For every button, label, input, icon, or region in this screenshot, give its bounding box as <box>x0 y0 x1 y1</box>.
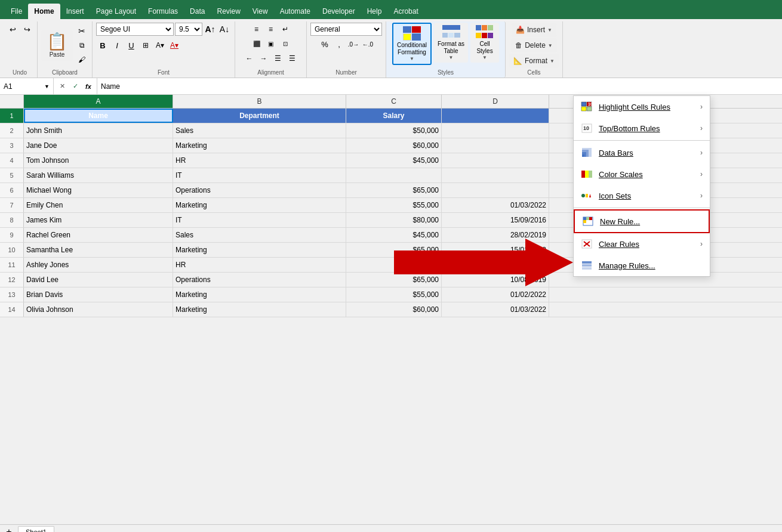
fill-color-button[interactable]: A▾ <box>153 39 167 52</box>
cell-c5[interactable] <box>346 168 442 183</box>
cell-d9[interactable]: 28/02/2019 <box>442 228 549 242</box>
col-header-d[interactable]: D <box>442 95 549 108</box>
cell-a11[interactable]: Ashley Jones <box>24 258 173 272</box>
cell-b14[interactable]: Marketing <box>173 302 346 317</box>
insert-function-button[interactable]: fx <box>82 81 94 92</box>
menu-item-new-rule[interactable]: New Rule... <box>574 209 710 233</box>
cell-d6[interactable] <box>442 183 549 197</box>
formula-confirm-button[interactable]: ✓ <box>69 81 81 92</box>
menu-item-highlight-cells[interactable]: 10 Highlight Cells Rules › <box>574 96 710 117</box>
percent-button[interactable]: % <box>318 38 331 51</box>
cell-reference-input[interactable] <box>4 82 44 91</box>
italic-button[interactable]: I <box>110 39 124 52</box>
cell-b2[interactable]: Sales <box>173 123 346 138</box>
row-num-7[interactable]: 7 <box>0 198 24 212</box>
cut-button[interactable]: ✂ <box>75 24 88 38</box>
cell-a4[interactable]: Tom Johnson <box>24 153 173 168</box>
cell-d10[interactable]: 15/01/2022 <box>442 243 549 257</box>
indent-increase-button[interactable]: → <box>257 52 270 65</box>
cell-c11[interactable]: $50,000 <box>346 258 442 272</box>
cell-d14[interactable]: 01/03/2022 <box>442 302 549 317</box>
row-num-10[interactable]: 10 <box>0 243 24 257</box>
cell-d8[interactable]: 15/09/2016 <box>442 213 549 227</box>
menu-item-color-scales[interactable]: Color Scales › <box>574 163 710 185</box>
row-num-14[interactable]: 14 <box>0 302 24 317</box>
cell-d12[interactable]: 10/08/2019 <box>442 273 549 287</box>
cell-styles-button[interactable]: CellStyles ▼ <box>470 23 499 63</box>
cell-a9[interactable]: Rachel Green <box>24 228 173 242</box>
add-sheet-button[interactable]: + <box>2 525 16 533</box>
font-size-select[interactable]: 9.5 10 11 12 <box>175 23 202 36</box>
cell-b8[interactable]: IT <box>173 213 346 227</box>
cell-d2[interactable] <box>442 123 549 138</box>
cell-a6[interactable]: Michael Wong <box>24 183 173 197</box>
cell-b7[interactable]: Marketing <box>173 198 346 212</box>
tab-acrobat[interactable]: Acrobat <box>387 4 424 19</box>
wrap-text-button[interactable]: ↵ <box>279 23 292 36</box>
conditional-formatting-button[interactable]: ConditionalFormatting ▼ <box>392 23 432 65</box>
comma-button[interactable]: , <box>332 38 346 51</box>
cell-c8[interactable]: $80,000 <box>346 213 442 227</box>
cell-c2[interactable]: $50,000 <box>346 123 442 138</box>
format-painter-button[interactable]: 🖌 <box>75 53 88 66</box>
row-num-6[interactable]: 6 <box>0 183 24 197</box>
cell-b6[interactable]: Operations <box>173 183 346 197</box>
font-family-select[interactable]: Segoe UI <box>96 23 174 36</box>
cell-c4[interactable]: $45,000 <box>346 153 442 168</box>
bold-button[interactable]: B <box>96 39 109 52</box>
cell-a1[interactable]: Name <box>24 109 173 123</box>
cell-d13[interactable]: 01/02/2022 <box>442 287 549 302</box>
decrease-font-button[interactable]: A↓ <box>218 23 231 36</box>
tab-formulas[interactable]: Formulas <box>142 4 184 19</box>
tab-data[interactable]: Data <box>184 4 211 19</box>
cell-c13[interactable]: $55,000 <box>346 287 442 302</box>
borders-button[interactable]: ⊞ <box>139 39 152 52</box>
row-num-8[interactable]: 8 <box>0 213 24 227</box>
align-top-center-button[interactable]: ≡ <box>264 23 278 36</box>
cell-c14[interactable]: $60,000 <box>346 302 442 317</box>
cell-a8[interactable]: James Kim <box>24 213 173 227</box>
row-num-13[interactable]: 13 <box>0 287 24 302</box>
cell-d11[interactable]: 01/01/2021 <box>442 258 549 272</box>
redo-button[interactable]: ↪ <box>20 23 33 36</box>
cell-b11[interactable]: HR <box>173 258 346 272</box>
menu-item-icon-sets[interactable]: Icon Sets › <box>574 185 710 206</box>
row-num-4[interactable]: 4 <box>0 153 24 168</box>
cell-b9[interactable]: Sales <box>173 228 346 242</box>
indent-decrease-button[interactable]: ← <box>243 52 256 65</box>
tab-developer[interactable]: Developer <box>316 4 361 19</box>
cell-d3[interactable] <box>442 138 549 153</box>
insert-button[interactable]: 📥 Insert ▼ <box>512 23 556 37</box>
increase-font-button[interactable]: A↑ <box>204 23 217 36</box>
format-button[interactable]: 📐 Format ▼ <box>509 54 559 68</box>
cell-b12[interactable]: Operations <box>173 273 346 287</box>
cell-b3[interactable]: Marketing <box>173 138 346 153</box>
tab-review[interactable]: Review <box>211 4 246 19</box>
tab-help[interactable]: Help <box>361 4 388 19</box>
row-num-3[interactable]: 3 <box>0 138 24 153</box>
tab-view[interactable]: View <box>247 4 274 19</box>
format-as-table-button[interactable]: Format asTable ▼ <box>434 23 468 63</box>
cell-c7[interactable]: $55,000 <box>346 198 442 212</box>
decrease-decimal-button[interactable]: ←.0 <box>361 38 374 51</box>
cell-b5[interactable]: IT <box>173 168 346 183</box>
cell-a13[interactable]: Brian Davis <box>24 287 173 302</box>
tab-insert[interactable]: Insert <box>60 4 90 19</box>
select-all-button[interactable] <box>0 95 24 108</box>
cell-c3[interactable]: $60,000 <box>346 138 442 153</box>
align-middle-button[interactable]: ☰ <box>272 52 285 65</box>
formula-input[interactable] <box>97 78 782 94</box>
cell-c1[interactable]: Salary <box>346 109 442 123</box>
undo-button[interactable]: ↩ <box>6 23 19 36</box>
menu-item-data-bars[interactable]: Data Bars › <box>574 142 710 163</box>
number-format-select[interactable]: General Number Currency Percentage <box>310 23 382 36</box>
cell-d4[interactable] <box>442 153 549 168</box>
menu-item-manage-rules[interactable]: Manage Rules... <box>574 255 710 276</box>
align-top-left-button[interactable]: ≡ <box>250 23 263 36</box>
tab-page-layout[interactable]: Page Layout <box>90 4 142 19</box>
row-num-1[interactable]: 1 <box>0 109 24 123</box>
align-center-button[interactable]: ▣ <box>264 37 278 50</box>
align-left-button[interactable]: ⬛ <box>250 37 263 50</box>
row-num-11[interactable]: 11 <box>0 258 24 272</box>
row-num-9[interactable]: 9 <box>0 228 24 242</box>
